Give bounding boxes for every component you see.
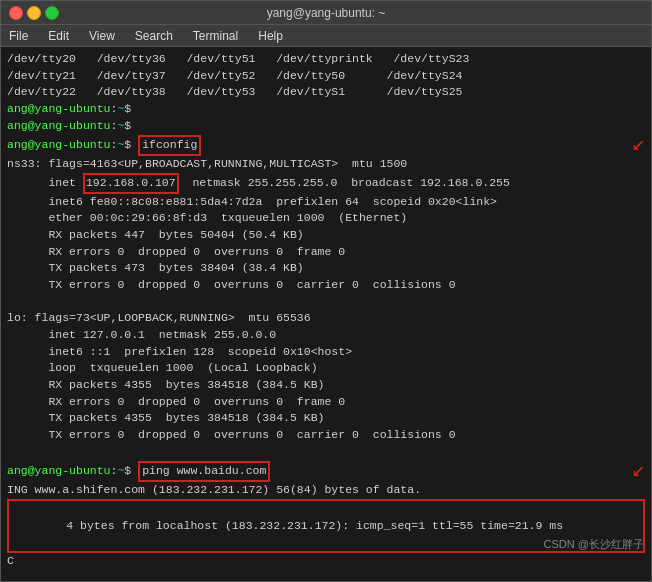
menu-help[interactable]: Help (254, 27, 287, 45)
terminal-line: RX packets 4355 bytes 384518 (384.5 KB) (7, 377, 645, 394)
terminal-line: ether 00:0c:29:66:8f:d3 txqueuelen 1000 … (7, 210, 645, 227)
terminal-line: RX errors 0 dropped 0 overruns 0 frame 0 (7, 244, 645, 261)
terminal-line: RX packets 447 bytes 50404 (50.4 KB) (7, 227, 645, 244)
menu-view[interactable]: View (85, 27, 119, 45)
terminal-line: RX errors 0 dropped 0 overruns 0 frame 0 (7, 394, 645, 411)
window-controls[interactable] (9, 6, 59, 20)
ip-address: 192.168.0.107 (83, 173, 179, 194)
window-title: yang@yang-ubuntu: ~ (267, 6, 386, 20)
terminal-line: ns33: flags=4163<UP,BROADCAST,RUNNING,MU… (7, 156, 645, 173)
terminal-line (7, 570, 645, 581)
menu-search[interactable]: Search (131, 27, 177, 45)
ifconfig-command: ifconfig (138, 135, 201, 156)
minimize-button[interactable] (27, 6, 41, 20)
ping-prompt: ang@yang-ubuntu:~$ ping www.baidu.com (7, 461, 624, 482)
terminal-line: TX packets 473 bytes 38404 (38.4 KB) (7, 260, 645, 277)
menu-bar: File Edit View Search Terminal Help (1, 25, 651, 47)
title-bar: yang@yang-ubuntu: ~ (1, 1, 651, 25)
terminal-line: TX errors 0 dropped 0 overruns 0 carrier… (7, 277, 645, 294)
close-button[interactable] (9, 6, 23, 20)
terminal-prompt: ang@yang-ubuntu:~$ (7, 118, 645, 135)
menu-file[interactable]: File (5, 27, 32, 45)
terminal-line: inet 127.0.0.1 netmask 255.0.0.0 (7, 327, 645, 344)
terminal-prompt: ang@yang-ubuntu:~$ (7, 101, 645, 118)
terminal-line (7, 444, 645, 461)
terminal-line: loop txqueuelen 1000 (Local Loopback) (7, 360, 645, 377)
terminal-line: /dev/tty20 /dev/tty36 /dev/tty51 /dev/tt… (7, 51, 645, 68)
menu-terminal[interactable]: Terminal (189, 27, 242, 45)
terminal-line: inet6 fe80::8c08:e881:5da4:7d2a prefixle… (7, 194, 645, 211)
watermark: CSDN @长沙红胖子 (544, 537, 644, 552)
terminal-line-inet: inet 192.168.0.107 netmask 255.255.255.0… (7, 173, 645, 194)
terminal-line: TX packets 4355 bytes 384518 (384.5 KB) (7, 410, 645, 427)
menu-edit[interactable]: Edit (44, 27, 73, 45)
terminal-line: /dev/tty22 /dev/tty38 /dev/tty53 /dev/tt… (7, 84, 645, 101)
terminal-line: TX errors 0 dropped 0 overruns 0 ca​rrie… (7, 427, 645, 444)
terminal-line: ING www.a.shifen.com (183.232.231.172) 5… (7, 482, 645, 499)
terminal-line: lo: flags=73<UP,LOOPBACK,RUNNING> mtu 65… (7, 310, 645, 327)
ping-command: ping www.baidu.com (138, 461, 270, 482)
ifconfig-prompt: ang@yang-ubuntu:~$ ifconfig (7, 135, 624, 156)
maximize-button[interactable] (45, 6, 59, 20)
terminal-output[interactable]: /dev/tty20 /dev/tty36 /dev/tty51 /dev/tt… (1, 47, 651, 581)
terminal-line: C (7, 553, 645, 570)
terminal-line (7, 294, 645, 311)
terminal-line: inet6 ::1 prefixlen 128 scopeid 0x10<hos… (7, 344, 645, 361)
terminal-line: /dev/tty21 /dev/tty37 /dev/tty52 /dev/tt… (7, 68, 645, 85)
